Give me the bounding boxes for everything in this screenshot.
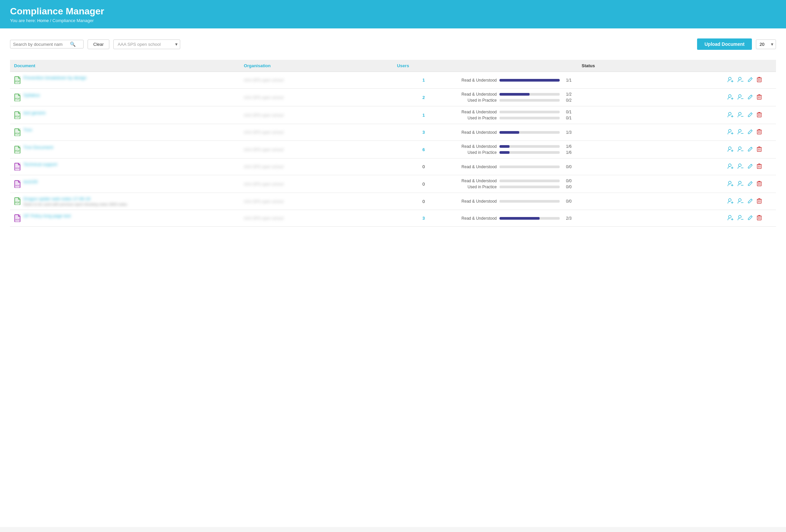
clear-button[interactable]: Clear xyxy=(88,40,109,49)
remove-user-button[interactable] xyxy=(737,129,744,136)
actions-cell xyxy=(722,175,776,193)
breadcrumb-home[interactable]: Home xyxy=(37,18,49,23)
users-cell[interactable]: 1 xyxy=(393,72,454,89)
users-cell[interactable]: 1 xyxy=(393,106,454,124)
table-row: PDF Dragon spider web notes 17-06-19 Not… xyxy=(10,193,776,210)
per-page-select[interactable]: 20 50 xyxy=(756,40,776,49)
status-label: Read & Understood xyxy=(458,130,497,135)
app-header: Compliance Manager You are here: Home / … xyxy=(0,0,786,28)
users-link[interactable]: 6 xyxy=(422,147,425,152)
upload-document-button[interactable]: Upload Document xyxy=(697,39,752,50)
users-link[interactable]: 3 xyxy=(422,216,425,221)
edit-button[interactable] xyxy=(746,198,754,205)
svg-rect-33 xyxy=(14,128,21,136)
svg-text:PDF: PDF xyxy=(15,150,20,152)
remove-user-button[interactable] xyxy=(737,111,744,119)
remove-user-button[interactable] xyxy=(737,180,744,188)
delete-button[interactable] xyxy=(756,111,763,119)
users-cell[interactable]: 6 xyxy=(393,141,454,159)
delete-button[interactable] xyxy=(756,163,763,170)
status-count: 0/0 xyxy=(562,185,572,189)
users-cell[interactable]: 2 xyxy=(393,89,454,106)
status-label: Read & Understood xyxy=(458,78,497,83)
users-link[interactable]: 1 xyxy=(422,113,425,118)
users-link[interactable]: 1 xyxy=(422,77,425,83)
status-label: Used in Practice xyxy=(458,98,497,103)
remove-user-button[interactable] xyxy=(737,198,744,205)
delete-button[interactable] xyxy=(756,76,763,84)
doc-type-icon: DOC xyxy=(14,214,21,223)
add-user-button[interactable] xyxy=(726,111,735,119)
delete-button[interactable] xyxy=(756,180,763,188)
edit-button[interactable] xyxy=(746,111,754,119)
doc-name[interactable]: Tron Document xyxy=(23,145,53,150)
status-label: Read & Understood xyxy=(458,216,497,221)
add-user-button[interactable] xyxy=(726,76,735,84)
edit-button[interactable] xyxy=(746,180,754,188)
delete-button[interactable] xyxy=(756,129,763,136)
doc-name[interactable]: Prevention breakdown by design xyxy=(23,75,87,80)
remove-user-button[interactable] xyxy=(737,76,744,84)
add-user-button[interactable] xyxy=(726,94,735,101)
edit-button[interactable] xyxy=(746,146,754,154)
add-user-button[interactable] xyxy=(726,129,735,136)
doc-name[interactable]: test generic xyxy=(23,110,46,115)
svg-point-5 xyxy=(739,77,741,80)
svg-rect-55 xyxy=(14,163,21,170)
doc-cell: PDF Tron xyxy=(10,124,240,141)
svg-text:PDF: PDF xyxy=(15,133,20,135)
remove-user-button[interactable] xyxy=(737,214,744,222)
doc-type-icon: PDF xyxy=(14,197,21,206)
status-count: 0/1 xyxy=(562,110,572,114)
progress-bar-fill xyxy=(500,93,530,96)
progress-bar-bg xyxy=(500,151,560,154)
doc-name[interactable]: test100 xyxy=(23,179,38,184)
org-select[interactable]: AAA SPS open school xyxy=(113,40,180,49)
edit-button[interactable] xyxy=(746,163,754,170)
delete-button[interactable] xyxy=(756,94,763,101)
status-row: Read & Understood 1/3 xyxy=(458,130,718,135)
actions-cell xyxy=(722,72,776,89)
search-icon-button[interactable]: 🔍 xyxy=(70,42,75,47)
delete-button[interactable] xyxy=(756,146,763,154)
edit-button[interactable] xyxy=(746,76,754,84)
users-cell: 0 xyxy=(393,193,454,210)
svg-text:DOC: DOC xyxy=(15,219,20,221)
doc-name[interactable]: GF Policy long page test xyxy=(23,213,71,218)
edit-button[interactable] xyxy=(746,129,754,136)
svg-rect-62 xyxy=(757,164,761,168)
table-row: PDF Tron AAA SPS open school3 Read & Und… xyxy=(10,124,776,141)
users-link[interactable]: 3 xyxy=(422,130,425,135)
org-cell: AAA SPS open school xyxy=(240,159,393,175)
search-input[interactable] xyxy=(13,42,70,47)
remove-user-button[interactable] xyxy=(737,163,744,170)
svg-point-71 xyxy=(739,181,741,184)
svg-text:PDF: PDF xyxy=(15,201,20,204)
doc-name[interactable]: Tron xyxy=(23,128,32,133)
delete-button[interactable] xyxy=(756,214,763,222)
doc-name[interactable]: Syllabus xyxy=(23,93,40,98)
status-count: 1/6 xyxy=(562,150,572,155)
svg-point-2 xyxy=(729,77,731,80)
add-user-button[interactable] xyxy=(726,214,735,222)
doc-name[interactable]: Technical support xyxy=(23,162,57,167)
users-cell[interactable]: 3 xyxy=(393,124,454,141)
svg-point-68 xyxy=(729,181,731,184)
add-user-button[interactable] xyxy=(726,180,735,188)
add-user-button[interactable] xyxy=(726,163,735,170)
remove-user-button[interactable] xyxy=(737,146,744,154)
progress-bar-fill xyxy=(500,151,510,154)
org-name: AAA SPS open school xyxy=(244,164,283,169)
remove-user-button[interactable] xyxy=(737,94,744,101)
users-cell[interactable]: 3 xyxy=(393,210,454,227)
edit-button[interactable] xyxy=(746,214,754,222)
svg-text:PDF: PDF xyxy=(15,115,20,118)
doc-name[interactable]: Dragon spider web notes 17-06-19 xyxy=(23,196,127,201)
svg-text:PDF: PDF xyxy=(15,80,20,83)
users-link[interactable]: 2 xyxy=(422,95,425,100)
delete-button[interactable] xyxy=(756,198,763,205)
edit-button[interactable] xyxy=(746,94,754,101)
add-user-button[interactable] xyxy=(726,198,735,205)
add-user-button[interactable] xyxy=(726,146,735,154)
svg-point-82 xyxy=(739,199,741,201)
